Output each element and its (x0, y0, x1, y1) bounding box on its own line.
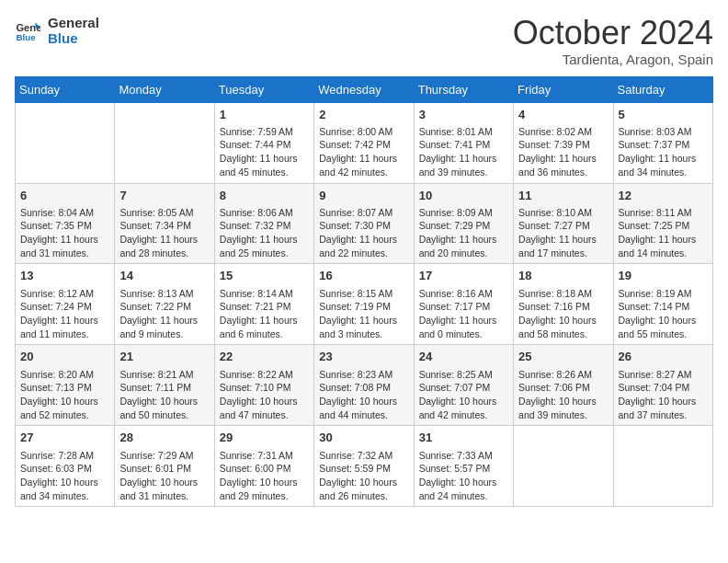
month-title: October 2024 (513, 15, 713, 52)
sunset-text: Sunset: 7:11 PM (119, 381, 209, 395)
calendar-cell: 11Sunrise: 8:10 AMSunset: 7:27 PMDayligh… (514, 183, 613, 264)
sunset-text: Sunset: 7:30 PM (319, 219, 408, 233)
calendar-cell: 16Sunrise: 8:15 AMSunset: 7:19 PMDayligh… (314, 264, 414, 345)
daylight-text: Daylight: 11 hours and 14 minutes. (619, 233, 708, 259)
day-number: 1 (220, 107, 309, 123)
sunset-text: Sunset: 6:01 PM (119, 462, 209, 476)
calendar-cell: 31Sunrise: 7:33 AMSunset: 5:57 PMDayligh… (414, 426, 513, 507)
header-friday: Friday (514, 76, 613, 102)
svg-text:Blue: Blue (16, 32, 36, 42)
sunset-text: Sunset: 7:07 PM (419, 381, 508, 395)
calendar-cell: 7Sunrise: 8:05 AMSunset: 7:34 PMDaylight… (115, 183, 214, 264)
header-thursday: Thursday (414, 76, 513, 102)
sunset-text: Sunset: 7:37 PM (619, 138, 708, 152)
calendar-week-5: 27Sunrise: 7:28 AMSunset: 6:03 PMDayligh… (16, 426, 713, 507)
sunset-text: Sunset: 7:19 PM (319, 300, 408, 314)
logo-icon: General Blue (15, 17, 40, 43)
day-number: 30 (319, 430, 408, 446)
daylight-text: Daylight: 10 hours and 58 minutes. (518, 314, 608, 340)
sunset-text: Sunset: 7:13 PM (20, 381, 109, 395)
daylight-text: Daylight: 11 hours and 42 minutes. (319, 152, 408, 178)
calendar-header: Sunday Monday Tuesday Wednesday Thursday… (16, 76, 713, 102)
daylight-text: Daylight: 10 hours and 39 minutes. (518, 395, 608, 421)
day-number: 4 (518, 107, 608, 123)
daylight-text: Daylight: 11 hours and 0 minutes. (419, 314, 508, 340)
day-number: 31 (419, 430, 508, 446)
calendar-cell: 30Sunrise: 7:32 AMSunset: 5:59 PMDayligh… (314, 426, 414, 507)
sunrise-text: Sunrise: 7:31 AM (220, 449, 309, 463)
calendar-cell: 28Sunrise: 7:29 AMSunset: 6:01 PMDayligh… (115, 426, 214, 507)
calendar-cell: 10Sunrise: 8:09 AMSunset: 7:29 PMDayligh… (414, 183, 513, 264)
sunset-text: Sunset: 5:57 PM (419, 462, 508, 476)
day-number: 6 (20, 188, 109, 204)
day-number: 10 (419, 188, 508, 204)
sunset-text: Sunset: 6:00 PM (220, 462, 309, 476)
day-number: 8 (220, 188, 309, 204)
sunrise-text: Sunrise: 8:21 AM (119, 368, 209, 382)
sunset-text: Sunset: 7:41 PM (419, 138, 508, 152)
sunset-text: Sunset: 7:08 PM (319, 381, 408, 395)
daylight-text: Daylight: 11 hours and 6 minutes. (220, 314, 309, 340)
calendar-cell: 8Sunrise: 8:06 AMSunset: 7:32 PMDaylight… (214, 183, 313, 264)
calendar-cell (514, 426, 613, 507)
sunrise-text: Sunrise: 8:23 AM (319, 368, 408, 382)
sunrise-text: Sunrise: 8:13 AM (119, 287, 209, 301)
day-number: 29 (220, 430, 309, 446)
sunset-text: Sunset: 7:29 PM (419, 219, 508, 233)
daylight-text: Daylight: 10 hours and 31 minutes. (119, 476, 209, 502)
sunrise-text: Sunrise: 7:28 AM (20, 449, 109, 463)
sunset-text: Sunset: 7:32 PM (220, 219, 309, 233)
calendar-cell: 20Sunrise: 8:20 AMSunset: 7:13 PMDayligh… (16, 345, 115, 426)
sunrise-text: Sunrise: 8:00 AM (319, 125, 408, 139)
sunset-text: Sunset: 5:59 PM (319, 462, 408, 476)
calendar-cell: 22Sunrise: 8:22 AMSunset: 7:10 PMDayligh… (214, 345, 313, 426)
sunrise-text: Sunrise: 7:32 AM (319, 449, 408, 463)
sunrise-text: Sunrise: 8:16 AM (419, 287, 508, 301)
daylight-text: Daylight: 10 hours and 55 minutes. (619, 314, 708, 340)
daylight-text: Daylight: 11 hours and 11 minutes. (20, 314, 109, 340)
daylight-text: Daylight: 11 hours and 45 minutes. (220, 152, 309, 178)
calendar-cell: 1Sunrise: 7:59 AMSunset: 7:44 PMDaylight… (214, 102, 313, 183)
calendar-cell: 15Sunrise: 8:14 AMSunset: 7:21 PMDayligh… (214, 264, 313, 345)
daylight-text: Daylight: 10 hours and 29 minutes. (220, 476, 309, 502)
daylight-text: Daylight: 11 hours and 9 minutes. (119, 314, 209, 340)
sunset-text: Sunset: 7:27 PM (518, 219, 608, 233)
daylight-text: Daylight: 10 hours and 52 minutes. (20, 395, 109, 421)
daylight-text: Daylight: 11 hours and 28 minutes. (119, 233, 209, 259)
calendar-week-4: 20Sunrise: 8:20 AMSunset: 7:13 PMDayligh… (16, 345, 713, 426)
day-number: 14 (119, 268, 209, 284)
calendar-cell (613, 426, 712, 507)
calendar-cell: 24Sunrise: 8:25 AMSunset: 7:07 PMDayligh… (414, 345, 513, 426)
day-number: 5 (619, 107, 708, 123)
daylight-text: Daylight: 10 hours and 37 minutes. (619, 395, 708, 421)
sunset-text: Sunset: 6:03 PM (20, 462, 109, 476)
sunset-text: Sunset: 7:10 PM (220, 381, 309, 395)
sunset-text: Sunset: 7:25 PM (619, 219, 708, 233)
sunset-text: Sunset: 7:16 PM (518, 300, 608, 314)
day-number: 17 (419, 268, 508, 284)
title-block: October 2024 Tardienta, Aragon, Spain (513, 15, 713, 67)
sunrise-text: Sunrise: 8:14 AM (220, 287, 309, 301)
day-number: 19 (619, 268, 708, 284)
daylight-text: Daylight: 10 hours and 26 minutes. (319, 476, 408, 502)
header-saturday: Saturday (613, 76, 712, 102)
sunrise-text: Sunrise: 8:15 AM (319, 287, 408, 301)
logo-general: General (48, 15, 99, 30)
calendar-week-1: 1Sunrise: 7:59 AMSunset: 7:44 PMDaylight… (16, 102, 713, 183)
sunrise-text: Sunrise: 8:04 AM (20, 206, 109, 220)
daylight-text: Daylight: 10 hours and 34 minutes. (20, 476, 109, 502)
calendar-cell: 27Sunrise: 7:28 AMSunset: 6:03 PMDayligh… (16, 426, 115, 507)
sunset-text: Sunset: 7:42 PM (319, 138, 408, 152)
sunrise-text: Sunrise: 8:11 AM (619, 206, 708, 220)
sunset-text: Sunset: 7:24 PM (20, 300, 109, 314)
calendar-cell: 29Sunrise: 7:31 AMSunset: 6:00 PMDayligh… (214, 426, 313, 507)
calendar-cell: 18Sunrise: 8:18 AMSunset: 7:16 PMDayligh… (514, 264, 613, 345)
sunrise-text: Sunrise: 8:12 AM (20, 287, 109, 301)
day-number: 20 (20, 349, 109, 365)
daylight-text: Daylight: 11 hours and 25 minutes. (220, 233, 309, 259)
day-number: 3 (419, 107, 508, 123)
sunrise-text: Sunrise: 8:20 AM (20, 368, 109, 382)
calendar-cell: 13Sunrise: 8:12 AMSunset: 7:24 PMDayligh… (16, 264, 115, 345)
daylight-text: Daylight: 10 hours and 44 minutes. (319, 395, 408, 421)
calendar-cell: 23Sunrise: 8:23 AMSunset: 7:08 PMDayligh… (314, 345, 414, 426)
